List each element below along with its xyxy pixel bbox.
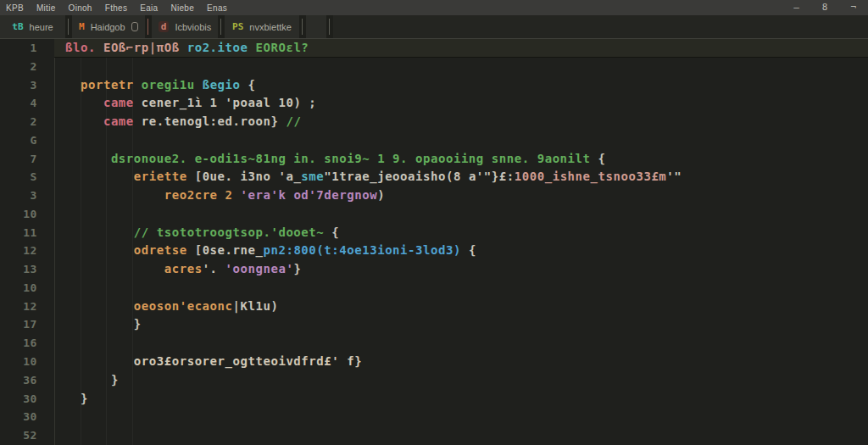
code-text: } <box>54 371 119 390</box>
code-text: } <box>54 315 142 334</box>
code-line[interactable]: 7 dsronoue2. e-odi1s~81ng in. snoi9~ 1 9… <box>0 150 868 169</box>
tab-divider <box>218 15 225 38</box>
code-line[interactable]: S eriette [0ue. i3no 'a_sme"1trae_jeooai… <box>0 168 868 186</box>
code-text: oeoson'ecaonc|Kl1u) <box>54 298 278 316</box>
code-token: 'oongnea' <box>225 262 294 275</box>
line-number: 3 <box>0 186 54 205</box>
code-line[interactable]: 30 <box>0 408 868 426</box>
menu-item-7[interactable]: Enas <box>206 3 228 14</box>
code-token <box>65 152 111 165</box>
code-line[interactable]: 30 } <box>0 390 868 409</box>
code-line[interactable]: 12 oeoson'ecaonc|Kl1u) <box>0 298 868 316</box>
code-token: eriette <box>134 170 195 183</box>
code-token: } <box>134 317 142 331</box>
code-text: odretse [0se.rne_pn2:800(t:4oe13ioni-3lo… <box>54 242 476 260</box>
code-token: dsronoue2. e-odi1s~81ng in. snoi9~ 1 9. … <box>111 152 598 165</box>
code-token: 'era'k od'7dergnow <box>241 188 378 202</box>
menu-item-1[interactable]: KPB <box>5 3 25 14</box>
code-line[interactable]: 36 } <box>0 371 868 390</box>
code-token: EOROεl? <box>256 41 309 54</box>
code-text <box>54 408 65 426</box>
code-token: "1trae_jeooaisho(8 a'"}£: <box>324 170 514 183</box>
tab-file-icon: M <box>79 21 85 32</box>
menu-item-5[interactable]: Eaia <box>139 3 159 14</box>
code-line[interactable]: 11 // tsototroogtsop.'dooet~ { <box>0 224 868 242</box>
code-line[interactable]: G <box>0 131 868 150</box>
line-number: 10 <box>0 205 54 224</box>
tab-badge-icon[interactable] <box>131 22 138 31</box>
code-token <box>65 96 103 109</box>
code-line[interactable]: 2 <box>0 58 868 76</box>
menu-item-4[interactable]: Fthes <box>104 3 129 14</box>
code-line[interactable]: 52 <box>0 426 868 445</box>
code-token: re.tenogl:ed.roon} <box>142 114 287 128</box>
close-button[interactable]: ¬ <box>850 0 856 15</box>
tab-bar: tBheureMHaidgobdIcbviobisPSnvxbiettke <box>0 15 868 38</box>
code-token: cener_1ì 1 'poaal 10) ; <box>142 96 317 109</box>
code-token <box>65 299 134 313</box>
code-token: } <box>111 373 119 387</box>
tab-divider <box>65 15 72 38</box>
line-number: 12 <box>0 242 54 260</box>
code-token <box>65 392 81 405</box>
code-token: [0se.rne_ <box>195 243 264 257</box>
code-line[interactable]: 10 <box>0 205 868 224</box>
code-line[interactable]: 10 oro3£orsorer_ogtteoivdfrd£' f} <box>0 353 868 371</box>
code-line[interactable]: 3 portetr oregi1u ßegio { <box>0 76 868 95</box>
minimize-button[interactable]: — <box>793 0 799 15</box>
line-number: 10 <box>0 353 54 371</box>
menu-bar: KPBMitieOinohFthesEaiaNiebeEnas <box>5 3 228 14</box>
tab-bar-filler <box>333 15 868 38</box>
code-token <box>65 262 164 275</box>
code-token: [0ue. i3no 'a_ <box>195 170 302 183</box>
code-line[interactable]: 12 odretse [0se.rne_pn2:800(t:4oe13ioni-… <box>0 242 868 260</box>
tab-divider <box>326 15 333 38</box>
code-line[interactable]: 10 <box>0 279 868 298</box>
tab-nvxbiettke[interactable]: PSnvxbiettke <box>225 15 299 38</box>
tab-Haidgob[interactable]: MHaidgob <box>72 15 145 38</box>
line-number: 16 <box>0 334 54 353</box>
tab-file-icon: d <box>159 21 170 32</box>
code-text <box>54 58 65 76</box>
code-token: came <box>103 96 142 109</box>
code-token: sme <box>301 170 324 183</box>
code-line[interactable]: 1ßlo. EOß⌐rp|πOß ro2.itoe EOROεl? <box>0 39 868 58</box>
line-number: 10 <box>0 279 54 298</box>
code-line[interactable]: 13 acres'. 'oongnea'} <box>0 260 868 279</box>
code-token <box>65 243 134 257</box>
line-number: 52 <box>0 426 54 445</box>
code-text: // tsototroogtsop.'dooet~ { <box>54 224 339 242</box>
code-line[interactable]: 16 <box>0 334 868 353</box>
code-token: reo2cre 2 <box>164 188 241 202</box>
tab-label: Haidgob <box>91 22 125 32</box>
menu-item-6[interactable]: Niebe <box>170 3 195 14</box>
code-text: came re.tenogl:ed.roon} // <box>54 113 301 131</box>
code-line[interactable]: 4 came cener_1ì 1 'poaal 10) ; <box>0 94 868 113</box>
code-token: |Kl1u) <box>233 299 279 313</box>
line-number: 30 <box>0 408 54 426</box>
code-token: 1000_ishne_tsnoo33£m <box>515 170 667 183</box>
tab-label: heure <box>30 22 53 32</box>
menu-item-2[interactable]: Mitie <box>36 3 57 14</box>
window-controls: —8¬ <box>793 0 868 15</box>
tab-file-icon: PS <box>232 21 243 32</box>
code-token: { <box>248 78 256 92</box>
code-token: ) <box>377 188 385 202</box>
code-line[interactable]: 3 reo2cre 2 'era'k od'7dergnow) <box>0 186 868 205</box>
code-line[interactable]: 2 came re.tenogl:ed.roon} // <box>0 113 868 131</box>
code-token: portetr <box>81 78 142 92</box>
code-line[interactable]: 17 } <box>0 315 868 334</box>
code-token: } <box>293 262 301 275</box>
code-token: ro2.itoe <box>187 41 256 54</box>
tab-heure[interactable]: tBheure <box>0 15 65 38</box>
code-text <box>54 279 65 298</box>
code-token: came <box>103 114 142 128</box>
code-token <box>65 188 164 202</box>
maximize-button[interactable]: 8 <box>822 0 828 15</box>
code-editor[interactable]: 1ßlo. EOß⌐rp|πOß ro2.itoe EOROεl?23 port… <box>0 38 868 445</box>
line-number: 7 <box>0 150 54 169</box>
code-text: acres'. 'oongnea'} <box>54 260 301 279</box>
line-number: S <box>0 168 54 186</box>
tab-Icbviobis[interactable]: dIcbviobis <box>152 15 218 38</box>
menu-item-3[interactable]: Oinoh <box>68 3 93 14</box>
